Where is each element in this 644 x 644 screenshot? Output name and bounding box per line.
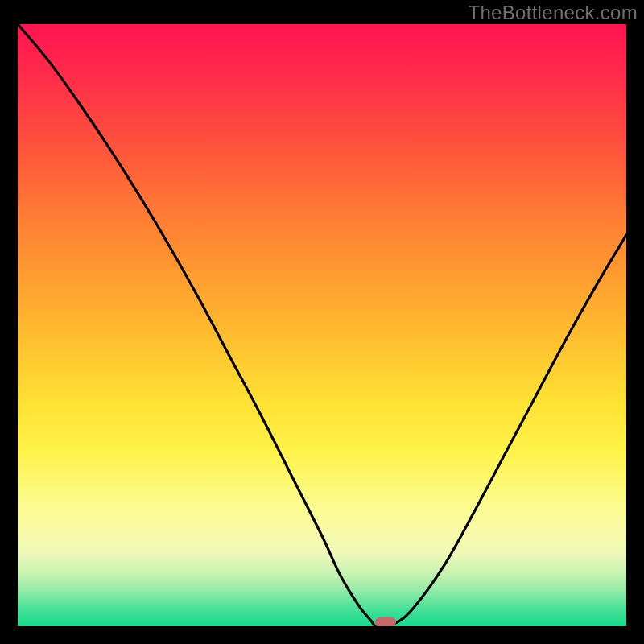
plot-area	[18, 24, 626, 626]
bottleneck-marker	[375, 617, 396, 627]
watermark-label: TheBottleneck.com	[468, 2, 638, 24]
chart-frame: TheBottleneck.com	[0, 0, 644, 644]
bottleneck-curve	[18, 24, 626, 626]
